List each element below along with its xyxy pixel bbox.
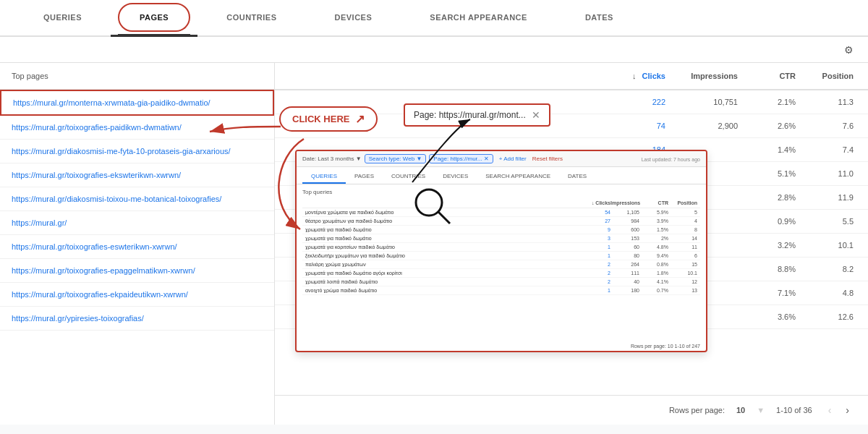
nested-table-row: χρωματά για κοριτσίων παιδικό δωμάτιο 1 … — [302, 243, 700, 252]
nested-cell-query: παλιάρη χρώμα χρωμάτων — [305, 262, 582, 267]
tab-devices[interactable]: DEVICES — [306, 0, 401, 37]
nested-page-filter[interactable]: Page: https://mur... ✕ — [429, 154, 493, 163]
prev-page-btn[interactable]: ‹ — [824, 403, 836, 417]
nested-search-type[interactable]: Search type: Web ▼ — [365, 154, 427, 163]
nested-tab-devices[interactable]: DEVICES — [434, 170, 477, 184]
page-item[interactable]: https://mural.gr/toixografies-eswterikwn… — [0, 235, 274, 259]
page-item[interactable]: https://mural.gr/monterna-xrwmata-gia-pa… — [0, 90, 274, 116]
tab-search-appearance[interactable]: SEARCH APPEARANCE — [401, 0, 556, 37]
nested-cell-clicks: 1 — [582, 253, 610, 258]
page-item[interactable]: https://mural.gr/diakosmisi-toixou-me-bo… — [0, 187, 274, 211]
cell-ctr: 2.6% — [738, 122, 796, 130]
nested-cell-clicks: 1 — [582, 244, 610, 250]
cell-ctr: 8.8% — [738, 265, 796, 273]
col-position[interactable]: Position — [796, 72, 854, 80]
nested-cell-query: θέατρο χρωμάτων για παιδικό δωμάτιο — [305, 218, 582, 224]
nested-cell-ctr: 9.4% — [639, 253, 668, 258]
nested-cell-impressions: 40 — [610, 279, 639, 284]
nested-cell-impressions: 60 — [610, 244, 639, 250]
nested-cell-pos: 10.1 — [668, 271, 697, 276]
data-row: 74 2,900 2.6% 7.6 — [275, 114, 868, 138]
tab-pages[interactable]: PAGES — [111, 0, 197, 37]
nested-tab-countries[interactable]: COUNTRIES — [383, 170, 434, 184]
cell-position: 11.0 — [796, 169, 854, 178]
pagination-controls: ‹ › — [824, 403, 854, 417]
tab-countries[interactable]: COUNTRIES — [197, 0, 305, 37]
nested-tab-pages[interactable]: PAGES — [346, 170, 383, 184]
nested-tabs: QUERIES PAGES COUNTRIES DEVICES SEARCH A… — [297, 167, 706, 184]
filter-icon[interactable]: ⚙ — [844, 44, 854, 56]
main-content: Top pages https://mural.gr/monterna-xrwm… — [0, 63, 868, 425]
nested-col-clicks[interactable]: ↓ Clicks — [582, 200, 610, 205]
cell-ctr: 3.6% — [738, 312, 796, 321]
page-item[interactable]: https://mural.gr/toixografies-ekswterikw… — [0, 163, 274, 187]
page-item[interactable]: https://mural.gr/toixografies-paidikwn-d… — [0, 116, 274, 140]
close-filter-btn[interactable]: ✕ — [532, 109, 540, 121]
nested-cell-query: μοντέρνα χρώματα για παιδικό δωμάτιο — [305, 210, 582, 215]
cell-ctr: 2.1% — [738, 98, 796, 106]
nested-cell-clicks: 54 — [582, 210, 610, 215]
nested-cell-query: χρωματά για κοριτσίων παιδικό δωμάτιο — [305, 244, 582, 250]
page-item[interactable]: https://mural.gr/diakosmisi-me-fyta-10-p… — [0, 140, 274, 163]
nested-cell-query: ανοιχτό χρώμα παιδικό δωμάτιο — [305, 288, 582, 293]
col-clicks[interactable]: ↓ Clicks — [289, 72, 665, 80]
tab-dates[interactable]: DATES — [556, 0, 642, 37]
filter-row: ⚙ — [0, 37, 868, 63]
nested-table-row: παλιάρη χρώμα χρωμάτων 2 264 0.8% 15 — [302, 260, 700, 269]
nested-col-impressions[interactable]: Impressions — [610, 200, 639, 205]
cell-impressions: 10,751 — [665, 98, 738, 106]
pagination-row: Rows per page: 10 ▼ 1-10 of 36 ‹ › — [275, 395, 868, 425]
pages-list: https://mural.gr/monterna-xrwmata-gia-pa… — [0, 90, 274, 331]
nested-tab-search-appearance[interactable]: SEARCH APPEARANCE — [477, 170, 559, 184]
nested-pagination: Rows per page: 10 1-10 of 247 — [631, 344, 700, 349]
nested-rows: μοντέρνα χρώματα για παιδικό δωμάτιο 54 … — [302, 208, 700, 295]
nested-table-row: χρωματά λοιπά παιδικό δωμάτιο 2 40 4.1% … — [302, 278, 700, 286]
nested-cell-ctr: 3.9% — [639, 218, 668, 224]
rows-per-page-label: Rows per page: — [669, 406, 725, 414]
nested-table-row: θέατρο χρωμάτων για παιδικό δωμάτιο 27 9… — [302, 217, 700, 226]
nested-reset-filters[interactable]: Reset filters — [532, 156, 563, 162]
nested-cell-query: ξεκλειδωτήρι χρωμάτων για παιδικό δωμάτι… — [305, 253, 582, 258]
col-impressions[interactable]: Impressions — [665, 72, 738, 80]
panel-header: Top pages — [0, 63, 274, 90]
nested-filter-bar: Date: Last 3 months ▼ Search type: Web ▼… — [297, 151, 706, 167]
nested-content: Top queries ↓ Clicks Impressions CTR Pos… — [297, 184, 706, 299]
nested-cell-ctr: 0.8% — [639, 262, 668, 267]
nested-table-row: ανοιχτό χρώμα παιδικό δωμάτιο 1 180 0.7%… — [302, 286, 700, 295]
nested-cell-pos: 13 — [668, 288, 697, 293]
nested-cell-clicks: 3 — [582, 236, 610, 241]
page-item[interactable]: https://mural.gr/toixografies-ekpaideuti… — [0, 283, 274, 307]
nested-table-row: χρωματά για παιδικό δωμάτιο 9 600 1.5% 8 — [302, 226, 700, 234]
nested-col-position[interactable]: Position — [668, 200, 697, 205]
page-item[interactable]: https://mural.gr/ypiresies-toixografias/ — [0, 307, 274, 331]
nested-col-query — [305, 200, 582, 205]
nested-cell-query: χρωματά λοιπά παιδικό δωμάτιο — [305, 279, 582, 284]
page-item[interactable]: https://mural.gr/toixografies-epaggelmat… — [0, 259, 274, 283]
nested-tab-queries[interactable]: QUERIES — [302, 170, 346, 184]
cell-ctr: 3.2% — [738, 241, 796, 250]
nested-col-ctr[interactable]: CTR — [639, 200, 668, 205]
cell-impressions: 2,900 — [665, 122, 738, 130]
cell-position: 4.8 — [796, 289, 854, 297]
tab-queries[interactable]: QUERIES — [14, 0, 111, 37]
nested-cell-clicks: 9 — [582, 227, 610, 232]
nested-cell-ctr: 4.1% — [639, 279, 668, 284]
nested-tab-dates[interactable]: DATES — [559, 170, 595, 184]
nested-add-filter[interactable]: + Add filter — [499, 156, 527, 162]
page-item[interactable]: https://mural.gr/ — [0, 211, 274, 235]
nested-cell-impressions: 1,105 — [610, 210, 639, 215]
nested-screenshot: Date: Last 3 months ▼ Search type: Web ▼… — [295, 150, 707, 352]
nested-cell-query: χρωματά για παιδικό δωμάτιο — [305, 227, 582, 232]
rows-per-page-value[interactable]: 10 — [736, 406, 745, 414]
data-row: 222 10,751 2.1% 11.3 — [275, 90, 868, 114]
data-header: ↓ Clicks Impressions CTR Position — [275, 63, 868, 90]
nested-cell-pos: 15 — [668, 262, 697, 267]
nested-table-row: χρωματά για παιδικό δωμάτιο αγόρι κορίτσ… — [302, 269, 700, 278]
col-ctr[interactable]: CTR — [738, 72, 796, 80]
nested-section-title: Top queries — [302, 189, 700, 195]
nested-cell-query: χρωματά για παιδικό δωμάτιο αγόρι κορίτσ… — [305, 271, 582, 276]
next-page-btn[interactable]: › — [841, 403, 854, 417]
top-nav: QUERIES PAGES COUNTRIES DEVICES SEARCH A… — [0, 0, 868, 37]
nested-cell-pos: 8 — [668, 227, 697, 232]
nested-date-filter[interactable]: Date: Last 3 months ▼ — [302, 156, 362, 162]
